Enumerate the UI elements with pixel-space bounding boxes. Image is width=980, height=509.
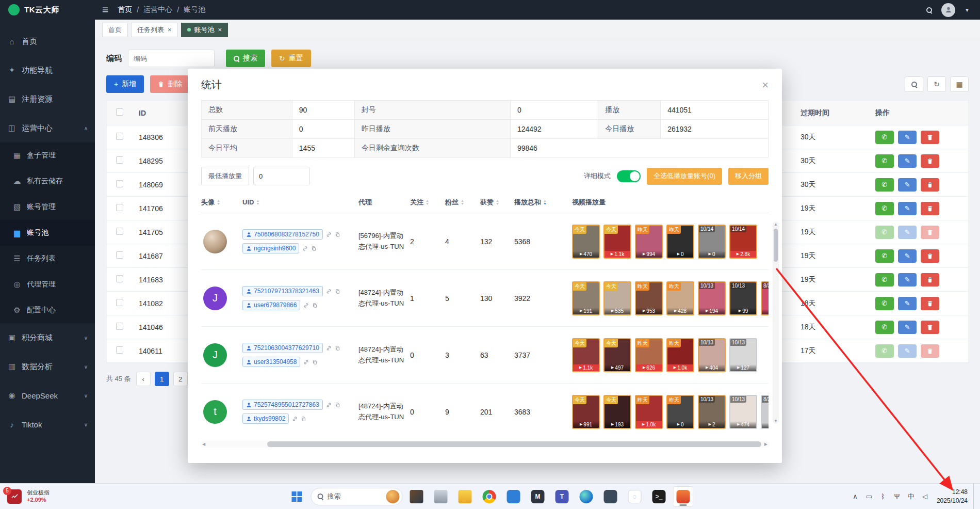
- breadcrumb-item[interactable]: 运营中心: [143, 5, 172, 14]
- edit-button[interactable]: ✎: [898, 131, 917, 144]
- chevron-down-icon[interactable]: ▼: [965, 7, 970, 13]
- video-thumbnail[interactable]: 昨天▶626: [635, 338, 663, 372]
- breadcrumb-item[interactable]: 首页: [118, 5, 132, 14]
- copy-icon[interactable]: [335, 345, 340, 351]
- horizontal-scrollbar[interactable]: ◀ ▶: [200, 441, 770, 448]
- column-header[interactable]: 播放总和▲▼: [514, 198, 572, 207]
- taskbar-app[interactable]: [455, 486, 476, 507]
- sidebar-item[interactable]: ☁私有云储存: [0, 168, 95, 194]
- uid-tag[interactable]: 7521079713378321463: [242, 286, 323, 296]
- row-checkbox[interactable]: [116, 299, 123, 306]
- username-tag[interactable]: user679879866: [242, 300, 300, 310]
- sidebar-item[interactable]: ◫运营中心∧: [0, 114, 95, 142]
- avatar[interactable]: [203, 230, 227, 253]
- avatar[interactable]: [941, 3, 955, 17]
- sidebar-item[interactable]: ▧账号管理: [0, 194, 95, 220]
- whatsapp-button[interactable]: ✆: [875, 154, 894, 168]
- sidebar-item[interactable]: ▥数据分析∨: [0, 352, 95, 381]
- search-button[interactable]: 搜索: [226, 50, 265, 67]
- sidebar-item[interactable]: ⌂首页: [0, 27, 95, 56]
- uid-tag[interactable]: 7525748955012727863: [242, 400, 323, 410]
- tab[interactable]: 任务列表×: [131, 23, 178, 37]
- copy-icon[interactable]: [335, 289, 340, 294]
- edit-button[interactable]: ✎: [898, 297, 917, 310]
- link-icon[interactable]: [326, 345, 332, 351]
- sidebar-item[interactable]: ▆账号池: [0, 220, 95, 246]
- prev-page-button[interactable]: ‹: [136, 372, 151, 386]
- column-header[interactable]: 粉丝▲▼: [445, 198, 480, 207]
- tab[interactable]: 首页: [102, 23, 128, 37]
- video-thumbnail[interactable]: 今天▶497: [603, 338, 631, 372]
- edit-button[interactable]: ✎: [898, 344, 917, 358]
- taskbar-app[interactable]: [600, 486, 621, 507]
- video-thumbnail[interactable]: 今天▶470: [572, 225, 600, 259]
- username-tag[interactable]: ngcngsinh9600: [242, 243, 299, 253]
- scroll-right-icon[interactable]: ▶: [764, 442, 767, 447]
- taskbar-app[interactable]: [576, 486, 597, 507]
- tab[interactable]: 账号池×: [181, 23, 228, 37]
- video-thumbnail[interactable]: 昨天▶0: [666, 225, 694, 259]
- video-thumbnail[interactable]: 10/13▶99: [729, 281, 757, 315]
- copy-icon[interactable]: [311, 246, 317, 251]
- row-checkbox[interactable]: [116, 323, 123, 330]
- delete-row-button[interactable]: [921, 344, 939, 358]
- sort-icon[interactable]: ▲▼: [426, 199, 429, 205]
- monitor-icon[interactable]: ▭: [863, 489, 875, 504]
- whatsapp-button[interactable]: ✆: [875, 249, 894, 263]
- bluetooth-icon[interactable]: ᛒ: [877, 489, 889, 504]
- video-thumbnail[interactable]: 昨天▶953: [635, 281, 663, 315]
- video-thumbnail[interactable]: 昨天▶0: [666, 395, 694, 429]
- horizontal-scrollbar-thumb[interactable]: [267, 441, 761, 447]
- delete-row-button[interactable]: [921, 131, 939, 144]
- column-header[interactable]: UID▲▼: [242, 198, 358, 206]
- copy-icon[interactable]: [335, 402, 340, 408]
- sidebar-item[interactable]: ◎代理管理: [0, 272, 95, 297]
- sort-icon[interactable]: ▲▼: [461, 199, 464, 205]
- scroll-left-icon[interactable]: ◀: [202, 442, 205, 447]
- delete-row-button[interactable]: [921, 273, 939, 287]
- copy-icon[interactable]: [312, 359, 318, 365]
- move-to-group-button[interactable]: 移入分组: [728, 168, 769, 185]
- edit-button[interactable]: ✎: [898, 154, 917, 168]
- video-thumbnail[interactable]: 10/14▶2.8k: [729, 225, 757, 259]
- link-icon[interactable]: [326, 289, 332, 294]
- copy-icon[interactable]: [312, 303, 318, 308]
- row-checkbox[interactable]: [116, 228, 123, 235]
- edit-button[interactable]: ✎: [898, 273, 917, 287]
- video-thumbnail[interactable]: 10/13▶404: [698, 338, 726, 372]
- whatsapp-button[interactable]: ✆: [875, 297, 894, 310]
- whatsapp-button[interactable]: ✆: [875, 178, 894, 192]
- sidebar-item[interactable]: ⚙配置中心: [0, 297, 95, 323]
- vertical-scrollbar-thumb[interactable]: [774, 229, 778, 262]
- username-tag[interactable]: tkyds99802: [242, 413, 289, 424]
- video-thumbnail[interactable]: 今天▶1.1k: [603, 225, 631, 259]
- video-thumbnail[interactable]: 10/13▶127: [729, 338, 757, 372]
- copy-icon[interactable]: [301, 416, 306, 422]
- table-refresh-button[interactable]: ↻: [927, 76, 946, 92]
- taskbar-app[interactable]: [406, 486, 427, 507]
- volume-icon[interactable]: ◁: [919, 489, 931, 504]
- sort-icon[interactable]: ▲▼: [217, 199, 220, 205]
- add-button[interactable]: + 新增: [106, 75, 144, 93]
- video-thumbnail[interactable]: 昨天▶1.0k: [635, 395, 663, 429]
- video-thumbnail[interactable]: 昨天▶428: [666, 281, 694, 315]
- whatsapp-button[interactable]: ✆: [875, 344, 894, 358]
- delete-row-button[interactable]: [921, 249, 939, 263]
- whatsapp-button[interactable]: ✆: [875, 202, 894, 215]
- search-icon[interactable]: [926, 7, 932, 13]
- sidebar-item[interactable]: ▦盒子管理: [0, 142, 95, 168]
- video-thumbnail[interactable]: 10/13▶2: [698, 395, 726, 429]
- username-tag[interactable]: user313504958: [242, 357, 300, 367]
- link-icon[interactable]: [303, 303, 309, 308]
- scroll-up-icon[interactable]: ▲: [774, 222, 778, 227]
- video-thumbnail[interactable]: 今天▶1.1k: [572, 338, 600, 372]
- edit-button[interactable]: ✎: [898, 202, 917, 215]
- video-thumbnail[interactable]: 今天▶191: [572, 281, 600, 315]
- column-header[interactable]: 关注▲▼: [410, 198, 445, 207]
- whatsapp-button[interactable]: ✆: [875, 131, 894, 144]
- taskbar-app[interactable]: >_: [649, 486, 669, 507]
- ime-icon[interactable]: 中: [905, 489, 917, 504]
- link-icon[interactable]: [302, 246, 308, 251]
- taskbar-app[interactable]: T: [552, 486, 573, 507]
- taskbar-app[interactable]: [479, 486, 500, 507]
